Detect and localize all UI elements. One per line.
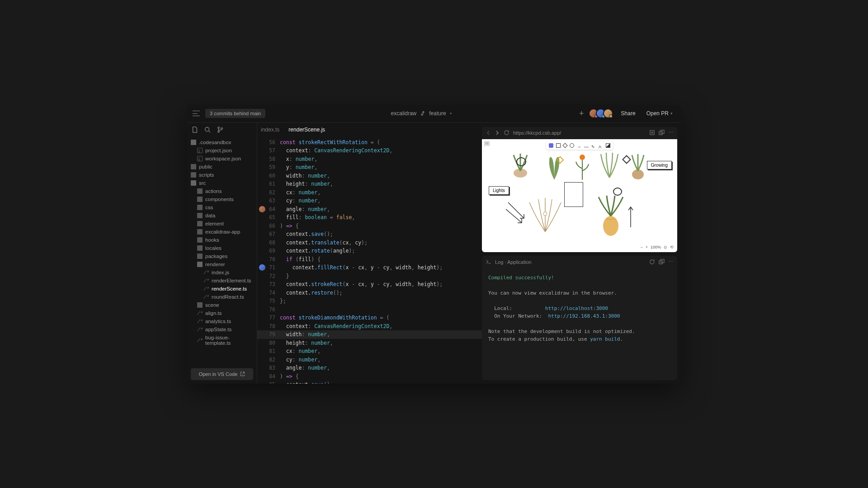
tree-folder[interactable]: locales bbox=[187, 244, 257, 252]
editor-tab[interactable]: index.ts bbox=[261, 127, 279, 133]
tool-rectangle-icon[interactable] bbox=[556, 143, 561, 148]
code-line[interactable]: 82 cy: number, bbox=[257, 356, 482, 364]
canvas-label-growing[interactable]: Growing bbox=[647, 161, 672, 169]
preview-canvas[interactable]: Lights Growing − + 100% ⊙ ⟲ bbox=[482, 139, 677, 252]
tree-folder[interactable]: hooks bbox=[187, 236, 257, 244]
tree-folder[interactable]: element bbox=[187, 220, 257, 228]
zoom-fit-icon[interactable]: ⟲ bbox=[670, 245, 674, 249]
tool-image-icon[interactable] bbox=[606, 143, 610, 148]
menu-icon[interactable] bbox=[193, 111, 200, 116]
code-line[interactable]: 56const strokeRectWithRotation = ( bbox=[257, 138, 482, 147]
tree-folder[interactable]: src bbox=[187, 179, 257, 187]
canvas-toolbar[interactable] bbox=[546, 141, 613, 150]
code-line[interactable]: 67 context.save(); bbox=[257, 230, 482, 239]
popout-icon[interactable] bbox=[659, 130, 665, 136]
log-output[interactable]: Compiled successfully! You can now view … bbox=[482, 268, 677, 380]
zoom-in-icon[interactable]: + bbox=[646, 245, 648, 249]
more-icon[interactable]: ⋯ bbox=[668, 259, 674, 265]
code-line[interactable]: 70 if (fill) { bbox=[257, 255, 482, 264]
tree-file[interactable]: /*roundReact.ts bbox=[187, 293, 257, 301]
tree-folder[interactable]: renderer bbox=[187, 260, 257, 268]
blame-avatar[interactable] bbox=[259, 206, 265, 212]
code-line[interactable]: 72 } bbox=[257, 272, 482, 281]
tool-diamond-icon[interactable] bbox=[562, 143, 567, 148]
code-line[interactable]: 62 cx: number, bbox=[257, 188, 482, 197]
code-line[interactable]: 85 context.save(); bbox=[257, 380, 482, 384]
code-line[interactable]: 60 width: number, bbox=[257, 172, 482, 180]
tool-select-icon[interactable] bbox=[549, 143, 553, 148]
tree-folder[interactable]: css bbox=[187, 203, 257, 211]
code-editor[interactable]: 56const strokeRectWithRotation = (57 con… bbox=[257, 136, 482, 384]
tool-arrow-icon[interactable] bbox=[577, 143, 581, 148]
tree-folder[interactable]: components bbox=[187, 195, 257, 203]
tree-folder[interactable]: scene bbox=[187, 301, 257, 309]
canvas-arrow-shape[interactable] bbox=[627, 205, 634, 230]
code-line[interactable]: 81 cx: number, bbox=[257, 347, 482, 356]
code-line[interactable]: 63 cy: number, bbox=[257, 197, 482, 205]
zoom-reset-icon[interactable]: ⊙ bbox=[664, 245, 667, 249]
code-line[interactable]: 77const strokeDiamondWithRotation = ( bbox=[257, 314, 482, 322]
editor-tab[interactable]: renderScene.js bbox=[288, 127, 325, 133]
code-line[interactable]: 84) => { bbox=[257, 372, 482, 381]
reload-icon[interactable] bbox=[649, 259, 655, 265]
canvas-ellipse-shape[interactable] bbox=[516, 157, 526, 166]
tree-file[interactable]: /*bug-issue-template.ts bbox=[187, 333, 257, 347]
code-line[interactable]: 57 context: CanvasRenderingContext2D, bbox=[257, 146, 482, 155]
code-line[interactable]: 75}; bbox=[257, 297, 482, 305]
canvas-arrow-shape[interactable] bbox=[504, 200, 528, 225]
canvas-label-lights[interactable]: Lights bbox=[489, 186, 509, 195]
open-pr-button[interactable]: Open PR ▾ bbox=[644, 108, 675, 118]
more-icon[interactable]: ⋯ bbox=[668, 130, 674, 136]
tool-ellipse-icon[interactable] bbox=[570, 143, 574, 148]
code-line[interactable]: 69 context.rotate(angle); bbox=[257, 247, 482, 255]
back-icon[interactable] bbox=[486, 130, 491, 136]
tree-file[interactable]: /*index.js bbox=[187, 268, 257, 277]
search-icon[interactable] bbox=[204, 127, 211, 133]
tree-folder[interactable]: actions bbox=[187, 187, 257, 195]
tool-line-icon[interactable] bbox=[584, 143, 589, 148]
blame-avatar[interactable] bbox=[259, 264, 265, 271]
tree-file[interactable]: workspace.json bbox=[187, 155, 257, 163]
share-button[interactable]: Share bbox=[618, 108, 638, 118]
file-icon[interactable] bbox=[192, 127, 198, 133]
code-line[interactable]: 61 height: number, bbox=[257, 180, 482, 188]
tree-folder[interactable]: scripts bbox=[187, 171, 257, 179]
tree-file[interactable]: /*appState.ts bbox=[187, 325, 257, 333]
zoom-controls[interactable]: − + 100% ⊙ ⟲ bbox=[640, 245, 674, 249]
popout-icon[interactable] bbox=[659, 259, 665, 265]
code-line[interactable]: 65 fill: boolean = false, bbox=[257, 213, 482, 222]
code-line[interactable]: 66) => { bbox=[257, 222, 482, 230]
code-line[interactable]: 59 y: number, bbox=[257, 163, 482, 172]
code-line[interactable]: 68 context.translate(cx, cy); bbox=[257, 239, 482, 247]
collaborator-avatars[interactable] bbox=[591, 108, 613, 118]
tree-folder[interactable]: data bbox=[187, 211, 257, 220]
add-button[interactable]: + bbox=[577, 109, 586, 118]
reload-icon[interactable] bbox=[504, 130, 509, 136]
tree-file[interactable]: project.json bbox=[187, 146, 257, 155]
open-in-vscode-button[interactable]: Open in VS Code bbox=[191, 368, 253, 380]
canvas-ellipse-shape[interactable] bbox=[613, 188, 622, 196]
tree-file[interactable]: /*renderElement.ts bbox=[187, 277, 257, 285]
code-line[interactable]: 83 angle: number, bbox=[257, 364, 482, 372]
preview-url[interactable]: https://kkcpd.csb.app/ bbox=[513, 130, 646, 136]
tree-folder[interactable]: .codesandbox bbox=[187, 138, 257, 146]
code-line[interactable]: 71 context.fillRect(x - cx, y - cy, widt… bbox=[257, 263, 482, 272]
tree-folder[interactable]: excalidraw-app bbox=[187, 228, 257, 236]
tool-draw-icon[interactable] bbox=[591, 143, 596, 148]
tree-file[interactable]: /*align.ts bbox=[187, 309, 257, 317]
code-line[interactable]: 80 height: number, bbox=[257, 339, 482, 347]
avatar[interactable] bbox=[603, 108, 613, 118]
code-line[interactable]: 58 x: number, bbox=[257, 155, 482, 164]
code-line[interactable]: 76 bbox=[257, 305, 482, 314]
code-line[interactable]: 74 context.restore(); bbox=[257, 289, 482, 297]
code-line[interactable]: 64 angle: number, bbox=[257, 205, 482, 214]
zoom-out-icon[interactable]: − bbox=[640, 245, 642, 249]
tool-text-icon[interactable] bbox=[599, 143, 603, 148]
canvas-rectangle-shape[interactable] bbox=[564, 182, 583, 207]
tree-file[interactable]: /*analytics.ts bbox=[187, 317, 257, 325]
code-line[interactable]: 78 context: CanvasRenderingContext2D, bbox=[257, 322, 482, 331]
code-line[interactable]: 79 width: number, bbox=[257, 330, 482, 339]
canvas-menu-icon[interactable] bbox=[484, 141, 490, 146]
tree-folder[interactable]: packages bbox=[187, 252, 257, 260]
code-line[interactable]: 73 context.strokeRect(x - cx, y - cy, wi… bbox=[257, 280, 482, 289]
